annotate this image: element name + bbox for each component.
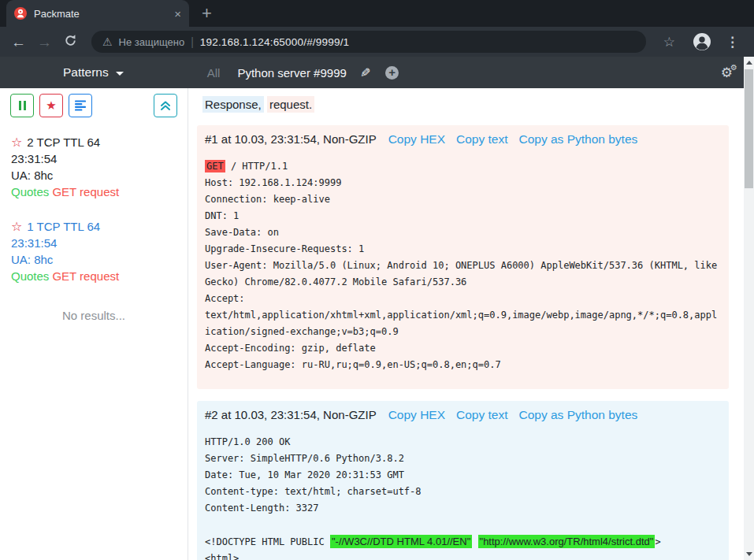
- back-button[interactable]: ←: [7, 35, 30, 50]
- packet-actions: Copy HEXCopy textCopy as Python bytes: [388, 406, 638, 424]
- packet-block: #2 at 10.03, 23:31:54, Non-GZIP Copy HEX…: [197, 401, 729, 560]
- browser-tab[interactable]: Packmate ×: [6, 0, 189, 27]
- copy-text-link[interactable]: Copy text: [456, 406, 507, 424]
- copy-hex-link[interactable]: Copy HEX: [388, 406, 445, 424]
- stream-tag-quotes: Quotes: [11, 269, 49, 283]
- not-secure-warning-icon[interactable]: ⚠: [102, 36, 113, 47]
- copy-as-python-bytes-link[interactable]: Copy as Python bytes: [519, 406, 638, 424]
- url-text[interactable]: 192.168.1.124:65000/#/9999/1: [200, 36, 350, 48]
- stream-time: 23:31:54: [11, 150, 176, 167]
- profile-avatar-icon[interactable]: [693, 32, 711, 51]
- pattern-tab-active[interactable]: Python server #9999: [237, 66, 346, 80]
- packet-block: #1 at 10.03, 23:31:54, Non-GZIP Copy HEX…: [197, 125, 729, 389]
- highlight-red: GET: [205, 160, 225, 172]
- collapse-sidebar-button[interactable]: [154, 94, 177, 117]
- packet-header: #2 at 10.03, 23:31:54, Non-GZIP: [205, 406, 377, 424]
- stream-title: 2 TCP TTL 64: [27, 135, 100, 149]
- tab-close-icon[interactable]: ×: [174, 8, 181, 20]
- patterns-dropdown[interactable]: Patterns: [63, 65, 124, 80]
- browser-window: Packmate × + ← → ⚠ Не защищено | 192.168…: [0, 0, 754, 560]
- scroll-down-arrow-icon: [746, 552, 752, 556]
- search-term-request: request.: [267, 96, 314, 113]
- packet-actions: Copy HEXCopy textCopy as Python bytes: [388, 131, 638, 148]
- stream-tag-get-request: GET request: [52, 269, 119, 283]
- browser-tab-strip: Packmate × +: [0, 0, 754, 27]
- packet-content: GET / HTTP/1.1 Host: 192.168.1.124:9999 …: [203, 158, 722, 373]
- search-term-response: Response,: [202, 96, 264, 113]
- browser-toolbar: ← → ⚠ Не защищено | 192.168.1.124:65000/…: [0, 27, 754, 57]
- stream-sidebar: ★ ☆2 TCP TTL 64 23:31:54 UA: 8hc QuotesG…: [0, 88, 188, 560]
- copy-hex-link[interactable]: Copy HEX: [388, 131, 445, 148]
- settings-gear-small-icon: ⚙: [730, 64, 737, 72]
- pause-icon: [19, 101, 26, 110]
- scroll-up-arrow-icon: [746, 61, 752, 65]
- app-header: Patterns All Python server #9999 ✎ + ⚙⚙: [0, 57, 744, 88]
- stream-tag-get-request: GET request: [52, 185, 119, 198]
- chevron-double-up-icon: [160, 100, 171, 111]
- no-results-label: No results...: [0, 309, 188, 322]
- pattern-tab-all[interactable]: All: [207, 66, 221, 80]
- packet-list: #1 at 10.03, 23:31:54, Non-GZIP Copy HEX…: [197, 125, 729, 560]
- sidebar-toolbar: ★: [0, 94, 188, 117]
- packmate-favicon-icon: [14, 7, 27, 20]
- favorites-filter-button[interactable]: ★: [39, 94, 63, 117]
- forward-button[interactable]: →: [33, 35, 56, 50]
- packet-content: HTTP/1.0 200 OK Server: SimpleHTTP/0.6 P…: [203, 434, 722, 560]
- stream-list-button[interactable]: [69, 94, 92, 117]
- pause-capture-button[interactable]: [10, 94, 34, 117]
- packet-pane: Response, request. #1 at 10.03, 23:31:54…: [188, 88, 744, 560]
- edit-pattern-icon[interactable]: ✎: [360, 65, 370, 80]
- security-label[interactable]: Не защищено: [119, 36, 185, 48]
- align-left-icon: [75, 100, 87, 111]
- stream-list: ☆2 TCP TTL 64 23:31:54 UA: 8hc QuotesGET…: [0, 134, 188, 284]
- highlight-green: "http://www.w3.org/TR/html4/strict.dtd": [478, 535, 656, 548]
- stream-list-item[interactable]: ☆2 TCP TTL 64 23:31:54 UA: 8hc QuotesGET…: [0, 134, 188, 200]
- settings-gears-icon[interactable]: ⚙⚙: [721, 66, 733, 80]
- url-separator: |: [191, 35, 194, 48]
- scroll-thumb[interactable]: [745, 69, 753, 188]
- browser-menu-icon[interactable]: ⋮: [726, 34, 739, 50]
- highlight-green: "-//W3C//DTD HTML 4.01//EN": [330, 535, 472, 548]
- packet-header: #1 at 10.03, 23:31:54, Non-GZIP: [205, 131, 377, 148]
- stream-tag-quotes: Quotes: [11, 185, 49, 198]
- stream-title: 1 TCP TTL 64: [27, 220, 100, 233]
- stream-time: 23:31:54: [11, 235, 176, 251]
- scroll-up-button[interactable]: [744, 57, 754, 69]
- bookmark-star-icon[interactable]: ☆: [663, 34, 675, 50]
- scrollbar-track[interactable]: [744, 57, 754, 560]
- scroll-down-button[interactable]: [744, 548, 754, 560]
- new-tab-button[interactable]: +: [202, 5, 212, 22]
- patterns-label: Patterns: [63, 65, 109, 80]
- address-bar[interactable]: ⚠ Не защищено | 192.168.1.124:65000/#/99…: [91, 31, 646, 53]
- stream-user-agent: UA: 8hc: [11, 251, 176, 268]
- search-terms: Response, request.: [202, 96, 729, 113]
- refresh-button[interactable]: [59, 34, 82, 50]
- tab-title: Packmate: [34, 8, 167, 20]
- add-pattern-icon[interactable]: +: [385, 66, 399, 80]
- stream-user-agent: UA: 8hc: [11, 167, 176, 184]
- caret-down-icon: [116, 72, 124, 76]
- favorite-star-icon[interactable]: ☆: [11, 220, 22, 233]
- copy-as-python-bytes-link[interactable]: Copy as Python bytes: [519, 131, 638, 148]
- favorite-star-icon[interactable]: ☆: [11, 135, 22, 149]
- star-icon: ★: [46, 98, 56, 113]
- copy-text-link[interactable]: Copy text: [456, 131, 507, 148]
- stream-list-item[interactable]: ☆1 TCP TTL 64 23:31:54 UA: 8hc QuotesGET…: [0, 218, 188, 284]
